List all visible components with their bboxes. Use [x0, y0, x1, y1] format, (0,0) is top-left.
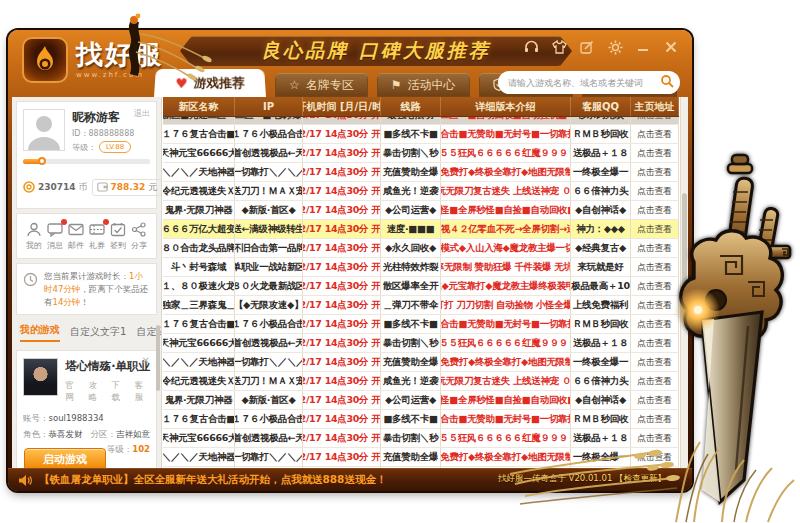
search-input[interactable] — [508, 78, 660, 88]
server-row[interactable]: ８０合击龙头品牌怀旧合击第一品牌12/17 14点30分 开放◆永久回收◆◆无泡… — [163, 239, 679, 258]
server-row[interactable]: １、８０极速火龙８０火龙最新战区12/17 14点30分 开放散区爆率全开无合成… — [163, 277, 679, 296]
tab-my-games[interactable]: 我的游戏 — [20, 323, 60, 342]
announcement-marquee[interactable]: 【铁血屠龙单职业】全区全服新年送大礼活动开始，点我就送888送现金！ — [18, 473, 386, 487]
cell-line: 充值赞助全爆 — [381, 353, 441, 371]
header-homepage: 主页地址 — [631, 97, 679, 116]
cell-homepage[interactable]: 点击查看 — [631, 182, 679, 200]
table-scrollbar[interactable] — [680, 97, 688, 468]
quick-mail[interactable]: 邮件 — [66, 222, 86, 251]
slogan-text: 良心品牌 口碑大服推荐 — [261, 38, 491, 64]
tab-game-recommend[interactable]: ♥ 游戏推荐 — [154, 69, 266, 97]
cell-homepage[interactable]: 点击查看 — [631, 391, 679, 409]
cell-version-desc: １７６合击■无赞助■无封号■一切靠打-推荐 — [441, 125, 571, 143]
cell-name: ＼／＼／天地神器 — [163, 163, 235, 181]
link-official[interactable]: 官网 — [65, 380, 80, 404]
cell-homepage[interactable]: 点击查看 — [631, 144, 679, 162]
quick-mine[interactable]: 我的 — [24, 222, 44, 251]
server-row[interactable]: 令纪元透视迷失Ｘ送刀刀！ＭＡＸ宠12/17 14点30分 开放咸鱼光！逆袭真好玩… — [163, 182, 679, 201]
cell-homepage[interactable]: 点击查看 — [631, 201, 679, 219]
level-progress-bar — [23, 159, 150, 164]
sidebar-scrollbar[interactable] — [156, 325, 160, 391]
server-row[interactable]: 天神元宝66666大首创透视极品←天12/17 14点30分 开放暴击切割＼秒５… — [163, 144, 679, 163]
server-row[interactable]: １７６复古合击■１７６小极品合击12/17 14点30分 开放■多线不卡■１７６… — [163, 315, 679, 334]
server-row[interactable]: 斗丶封号森域单职业一战站新区12/17 14点30分 开放光柱特效炸裂两爆率无限… — [163, 258, 679, 277]
quick-messages[interactable]: 消息 — [45, 222, 65, 251]
server-row[interactable]: 鬼界·无限刀神器◆新版·首区◆12/17 14点30分 开放◆公司运营◆■吃大怪… — [163, 201, 679, 220]
server-row[interactable]: 鬼界·无限刀神器◆新版·首区◆12/17 14点30分 开放◆公司运营◆■吃大怪… — [163, 391, 679, 410]
cell-open-time: 12/17 14点30分 开放 — [303, 410, 381, 428]
app-logo: 找好服 www.zhf.com — [22, 37, 163, 83]
server-row[interactable]: ６６６万亿大超变送←满级神级转生12/17 14点30分 开放速度·■■■刀刀透… — [163, 220, 679, 239]
cell-ip: ◆新版·首区◆ — [235, 201, 303, 219]
cell-open-time: 12/17 14点30分 开放 — [303, 277, 381, 295]
cell-homepage[interactable]: 点击查看 — [631, 239, 679, 257]
cell-homepage[interactable]: 点击查看 — [631, 125, 679, 143]
launch-game-button[interactable]: 启动游戏 — [24, 448, 106, 468]
cell-open-time: 12/17 14点30分 开放 — [303, 239, 381, 257]
tab-brand-zone[interactable]: ☆ 名牌专区 — [275, 73, 368, 97]
cell-homepage[interactable]: 点击查看 — [631, 410, 679, 428]
quick-share[interactable]: 分享 — [129, 222, 149, 251]
cell-homepage[interactable]: 点击查看 — [631, 372, 679, 390]
tab-custom-text-1[interactable]: 自定义文字1 — [70, 325, 126, 342]
logout-link[interactable]: 退出 — [134, 108, 150, 119]
cell-line: 散区爆率全开 — [381, 277, 441, 295]
server-row[interactable]: ＼／＼／天地神器一切靠打＼／＼／12/17 14点30分 开放充值赞助全爆◆赞助… — [163, 448, 679, 467]
cell-homepage[interactable]: 点击查看 — [631, 220, 679, 238]
tab-activity-center[interactable]: ⚑ 活动中心 — [377, 73, 470, 97]
cell-homepage[interactable]: 点击查看 — [631, 315, 679, 333]
service-headset-icon[interactable] — [522, 39, 540, 55]
level-badge: LV.88 — [99, 141, 131, 153]
server-row[interactable]: １７６复古合击■１７６小极品合击12/17 14点30分 开放■多线不卡■１７６… — [163, 125, 679, 144]
link-download[interactable]: 下载 — [112, 380, 127, 404]
cell-homepage[interactable]: 点击查看 — [631, 353, 679, 371]
cell-name: 令纪元透视迷失Ｘ — [163, 182, 235, 200]
cell-homepage[interactable]: 点击查看 — [631, 277, 679, 295]
server-row[interactable]: １７６复古合击■１７６小极品合击12/17 14点30分 开放■多线不卡■１７６… — [163, 410, 679, 429]
cell-service-qq: 上线免费福利 — [571, 296, 631, 314]
search-icon[interactable] — [660, 73, 674, 92]
cell-service-qq: ＲＭＢ秒回收 — [571, 125, 631, 143]
heart-icon: ♥ — [175, 76, 188, 90]
link-service[interactable]: 客服 — [135, 380, 150, 404]
user-avatar[interactable] — [23, 109, 65, 151]
cell-name: 令纪元透视迷失Ｘ — [163, 372, 235, 390]
titlebar-buttons — [522, 39, 680, 55]
cell-homepage[interactable]: 点击查看 — [631, 448, 679, 466]
cell-line: ■多线不卡■ — [381, 410, 441, 428]
cell-homepage[interactable]: 点击查看 — [631, 296, 679, 314]
server-row[interactable]: 新区■光速二区一二区一■电刷/爆12/17 14点30分 开放最强心法功■新二区… — [163, 117, 679, 125]
cell-homepage[interactable]: 点击查看 — [631, 334, 679, 352]
cell-name: 天神元宝66666大 — [163, 144, 235, 162]
cell-service-qq: 一终极全爆一 — [571, 353, 631, 371]
server-row[interactable]: 天神元宝66666大首创透视极品←天12/17 14点30分 开放暴击切割＼秒５… — [163, 429, 679, 448]
cell-service-qq: ６６倍神力头 — [571, 182, 631, 200]
close-button[interactable] — [662, 39, 680, 55]
cell-homepage[interactable]: 点击查看 — [631, 163, 679, 181]
table-scrollbar-thumb[interactable] — [682, 193, 687, 303]
cell-open-time: 12/17 14点30分 开放 — [303, 201, 381, 219]
server-row[interactable]: 独家＿三界森鬼＿【◆无限攻速◆】12/17 14点30分 开放＿弹刀不带伞赞助可… — [163, 296, 679, 315]
cell-open-time: 12/17 14点30分 开放 — [303, 353, 381, 371]
server-row[interactable]: 令纪元透视迷失Ｘ送刀刀！ＭＡＸ宠12/17 14点30分 开放咸鱼光！逆袭真好玩… — [163, 372, 679, 391]
server-row[interactable]: ＼／＼／天地神器一切靠打＼／＼／12/17 14点30分 开放充值赞助全爆◆赞助… — [163, 353, 679, 372]
cell-homepage[interactable]: 点击查看 — [631, 117, 679, 124]
close-icon[interactable]: ✕ — [142, 355, 150, 366]
wallet-balance: 788.32元 — [92, 179, 162, 196]
server-row[interactable]: 天神元宝66666大首创透视极品←天12/17 14点30分 开放暴击切割＼秒５… — [163, 334, 679, 353]
quick-coupon[interactable]: 礼券 — [87, 222, 107, 251]
cell-homepage[interactable]: 点击查看 — [631, 258, 679, 276]
header-line: 线路 — [381, 97, 441, 116]
cell-service-qq: ◆经典复古◆ — [571, 239, 631, 257]
server-row[interactable]: ＼／＼／天地神器一切靠打＼／＼／12/17 14点30分 开放充值赞助全爆◆赞助… — [163, 163, 679, 182]
cell-ip: ８０火龙最新战区 — [235, 277, 303, 295]
link-guide[interactable]: 攻略 — [88, 380, 103, 404]
minimize-button[interactable] — [634, 39, 652, 55]
cell-homepage[interactable]: 点击查看 — [631, 429, 679, 447]
skin-shirt-icon[interactable] — [550, 39, 568, 55]
cell-ip: 首创透视极品←天 — [235, 334, 303, 352]
quick-checkin[interactable]: 签到 — [108, 222, 128, 251]
feedback-edit-icon[interactable] — [578, 39, 596, 55]
check-update-link[interactable]: 【检查更新】 — [615, 473, 666, 483]
settings-gear-icon[interactable] — [606, 39, 624, 55]
